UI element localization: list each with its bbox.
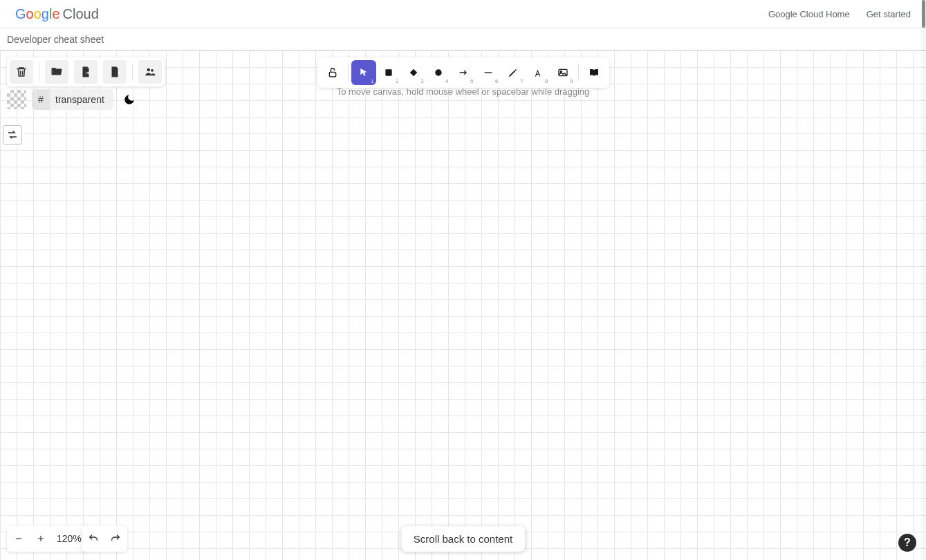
ellipse-tool[interactable]: 4 bbox=[426, 60, 451, 85]
swap-arrows-icon bbox=[6, 129, 19, 141]
rectangle-tool[interactable]: 2 bbox=[376, 60, 401, 85]
key-hint: 5 bbox=[470, 78, 473, 84]
draw-tool[interactable]: 7 bbox=[501, 60, 526, 85]
library-tool[interactable] bbox=[582, 60, 606, 85]
image-tool[interactable]: 9 bbox=[550, 60, 575, 85]
redo-icon bbox=[110, 533, 121, 544]
share-button[interactable] bbox=[138, 60, 162, 84]
book-icon bbox=[589, 67, 600, 78]
diamond-icon bbox=[409, 68, 418, 77]
zoom-panel: 120% bbox=[7, 525, 87, 552]
svg-point-4 bbox=[435, 69, 441, 75]
home-link[interactable]: Google Cloud Home bbox=[768, 9, 850, 19]
get-started-link[interactable]: Get started bbox=[867, 9, 911, 19]
trash-icon bbox=[15, 66, 28, 78]
line-icon bbox=[483, 67, 494, 78]
color-input-group: # bbox=[32, 89, 113, 110]
dark-mode-toggle[interactable] bbox=[119, 89, 140, 110]
save-file-icon bbox=[80, 66, 92, 78]
zoom-out-button[interactable] bbox=[8, 527, 29, 550]
folder-open-icon bbox=[50, 66, 63, 78]
scroll-back-button[interactable]: Scroll back to content bbox=[401, 526, 525, 552]
svg-rect-2 bbox=[329, 72, 335, 77]
svg-point-0 bbox=[147, 68, 151, 72]
trash-button[interactable] bbox=[10, 60, 33, 84]
export-button[interactable] bbox=[103, 60, 127, 84]
zoom-level[interactable]: 120% bbox=[53, 533, 86, 544]
zoom-in-button[interactable] bbox=[30, 527, 51, 550]
canvas-hint: To move canvas, hold mouse wheel or spac… bbox=[337, 86, 590, 97]
plus-icon bbox=[36, 534, 46, 543]
pencil-icon bbox=[508, 68, 518, 78]
header-nav: Google Cloud Home Get started bbox=[768, 9, 911, 19]
square-icon bbox=[384, 68, 393, 77]
key-hint: 2 bbox=[396, 78, 398, 84]
drawing-canvas[interactable]: # 1 2 3 4 5 bbox=[0, 50, 926, 560]
key-hint: 6 bbox=[495, 78, 498, 84]
arrow-icon bbox=[458, 67, 469, 78]
key-hint: 4 bbox=[445, 78, 448, 84]
key-hint: 7 bbox=[520, 78, 523, 84]
divider bbox=[578, 64, 579, 81]
logo-cloud-text: Cloud bbox=[63, 6, 99, 22]
minus-icon bbox=[14, 534, 24, 543]
open-button[interactable] bbox=[45, 60, 68, 84]
diamond-tool[interactable]: 3 bbox=[401, 60, 426, 85]
line-tool[interactable]: 6 bbox=[476, 60, 501, 85]
right-scrollbar[interactable] bbox=[921, 0, 926, 560]
canvas-color-row: # bbox=[7, 89, 140, 110]
logo-letter: o bbox=[34, 6, 41, 21]
page-title: Developer cheat sheet bbox=[7, 34, 104, 45]
redo-button[interactable] bbox=[105, 527, 126, 550]
circle-icon bbox=[434, 68, 443, 77]
text-icon bbox=[533, 68, 543, 78]
google-cloud-logo[interactable]: Google Cloud bbox=[15, 6, 99, 22]
key-hint: 3 bbox=[420, 78, 423, 84]
lock-tool[interactable] bbox=[320, 60, 345, 85]
arrow-tool[interactable]: 5 bbox=[451, 60, 476, 85]
save-button[interactable] bbox=[74, 60, 98, 84]
color-swatch[interactable] bbox=[7, 90, 26, 109]
logo-letter: e bbox=[52, 6, 59, 21]
key-hint: 8 bbox=[545, 78, 548, 84]
file-toolbar bbox=[7, 57, 165, 86]
help-button[interactable]: ? bbox=[898, 534, 916, 552]
lock-open-icon bbox=[327, 67, 338, 78]
divider bbox=[132, 64, 133, 80]
undo-icon bbox=[88, 533, 99, 544]
image-icon bbox=[557, 67, 568, 78]
select-tool[interactable]: 1 bbox=[351, 60, 376, 85]
page-subheader: Developer cheat sheet bbox=[0, 28, 926, 50]
key-hint: 9 bbox=[570, 78, 573, 84]
text-tool[interactable]: 8 bbox=[526, 60, 550, 85]
undo-button[interactable] bbox=[83, 527, 104, 550]
moon-icon bbox=[123, 93, 136, 106]
hash-label: # bbox=[32, 89, 50, 110]
color-value-input[interactable] bbox=[50, 89, 113, 110]
divider bbox=[348, 64, 349, 81]
svg-rect-3 bbox=[385, 69, 391, 75]
divider bbox=[39, 64, 39, 80]
export-file-icon bbox=[109, 66, 121, 78]
tool-toolbar: 1 2 3 4 5 6 7 8 bbox=[317, 57, 609, 88]
scrollbar-thumb[interactable] bbox=[922, 0, 925, 28]
logo-letter: g bbox=[41, 6, 49, 21]
cursor-icon bbox=[358, 67, 369, 78]
svg-point-1 bbox=[151, 69, 154, 72]
app-header: Google Cloud Google Cloud Home Get start… bbox=[0, 0, 926, 28]
swap-button[interactable] bbox=[3, 125, 22, 144]
users-icon bbox=[144, 66, 156, 78]
key-hint: 1 bbox=[371, 78, 373, 84]
logo-letter: o bbox=[26, 6, 34, 21]
logo-letter: G bbox=[15, 6, 26, 21]
undo-panel bbox=[82, 525, 127, 552]
